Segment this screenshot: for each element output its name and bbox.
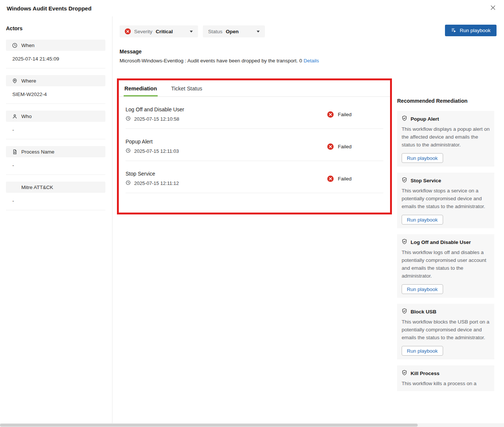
field-header-mitre-attack: Mitre ATT&CK	[6, 182, 105, 193]
clock-icon	[126, 116, 131, 122]
field-label-when: When	[21, 43, 34, 48]
shield-check-icon	[402, 239, 407, 245]
critical-severity-icon	[125, 28, 131, 34]
remediation-item-info: Stop Service 2025-07-15 12:11:12	[126, 171, 179, 186]
field-value-mitre-attack: -	[12, 198, 105, 204]
card-description: This workflow blocks the USB port on a p…	[402, 318, 490, 341]
annotation-highlight-box: Remediation Ticket Status Log Off and Di…	[117, 78, 392, 214]
card-title: Block USB	[411, 309, 436, 315]
card-description: This workflow logs off and disables a po…	[402, 248, 490, 280]
field-label-who: Who	[21, 114, 32, 119]
clock-icon	[126, 180, 131, 186]
recommended-remediation-panel: Recommended Remediation Popup Alert This…	[397, 98, 494, 427]
tab-ticket-status[interactable]: Ticket Status	[170, 80, 203, 96]
chevron-down-icon	[190, 31, 193, 33]
field-header-where: Where	[6, 75, 105, 86]
card-title-row: Kill Process	[402, 370, 490, 377]
run-playbook-outline-button[interactable]: Run playbook	[402, 284, 443, 294]
document-icon	[12, 149, 18, 155]
remediation-item: Stop Service 2025-07-15 12:11:12 Faile	[126, 161, 383, 193]
failed-icon	[327, 143, 334, 150]
remediation-item-time-row: 2025-07-15 12:11:03	[126, 148, 179, 154]
remediation-card-kill-process: Kill Process This workflow kills a proce…	[397, 365, 494, 391]
remediation-item-timestamp: 2025-07-15 12:10:58	[134, 116, 179, 122]
remediation-card-popup-alert: Popup Alert This workflow displays a pop…	[397, 111, 494, 167]
location-pin-icon	[12, 78, 18, 84]
status-text: Failed	[338, 176, 352, 182]
field-where: Where SIEM-W2022-4	[6, 75, 105, 104]
remediation-item: Log Off and Disable User 2025-07-15 12:1…	[126, 97, 383, 129]
status-filter-dropdown[interactable]: Status Open	[203, 25, 265, 37]
top-bar: Windows Audit Events Dropped	[0, 0, 504, 16]
field-process-name: Process Name -	[6, 146, 105, 175]
remediation-item-title: Stop Service	[126, 171, 179, 177]
status-label: Status	[208, 29, 222, 34]
field-header-who: Who	[6, 111, 105, 122]
card-title-row: Block USB	[402, 308, 490, 315]
close-button[interactable]	[489, 3, 497, 13]
page-title: Windows Audit Events Dropped	[7, 5, 92, 12]
field-mitre-attack: Mitre ATT&CK -	[6, 182, 105, 210]
scrollbar-thumb[interactable]	[0, 424, 418, 427]
field-when: When 2025-07-14 21:45:09	[6, 40, 105, 68]
field-value-where: SIEM-W2022-4	[12, 92, 105, 97]
field-value-when: 2025-07-14 21:45:09	[12, 56, 105, 62]
remediation-item-timestamp: 2025-07-15 12:11:03	[134, 148, 179, 154]
remediation-item-title: Popup Alert	[126, 139, 179, 145]
message-heading: Message	[120, 49, 142, 55]
field-label-process-name: Process Name	[21, 149, 55, 155]
card-title-row: Stop Service	[402, 177, 490, 184]
remediation-panel: Remediation Ticket Status Log Off and Di…	[119, 80, 390, 193]
severity-label: Severity	[134, 29, 152, 34]
field-header-process-name: Process Name	[6, 146, 105, 157]
card-title: Kill Process	[411, 371, 439, 376]
message-body: Microsoft-Windows-Eventlog : Audit event…	[120, 58, 302, 64]
severity-value: Critical	[156, 29, 173, 34]
remediation-item-info: Log Off and Disable User 2025-07-15 12:1…	[126, 106, 184, 122]
person-icon	[12, 114, 18, 119]
remediation-item-info: Popup Alert 2025-07-15 12:11:03	[126, 139, 179, 154]
actors-heading: Actors	[6, 25, 105, 31]
status-text: Failed	[338, 144, 352, 149]
remediation-item-status: Failed	[327, 111, 352, 118]
status-value: Open	[226, 29, 239, 34]
card-title: Popup Alert	[411, 116, 439, 122]
tab-remediation[interactable]: Remediation	[124, 80, 158, 96]
shield-check-icon	[402, 308, 407, 315]
horizontal-scrollbar	[0, 423, 504, 427]
run-playbook-label: Run playbook	[460, 28, 491, 33]
run-playbook-outline-button[interactable]: Run playbook	[402, 153, 443, 163]
field-value-process-name: -	[12, 163, 105, 168]
remediation-item-time-row: 2025-07-15 12:10:58	[126, 116, 184, 122]
card-title-row: Log Off and Disable User	[402, 239, 490, 245]
field-who: Who -	[6, 111, 105, 139]
run-playbook-icon	[451, 27, 457, 34]
shield-check-icon	[402, 115, 407, 122]
chevron-down-icon	[257, 31, 260, 33]
clock-icon	[12, 43, 18, 48]
remediation-card-block-usb: Block USB This workflow blocks the USB p…	[397, 304, 494, 359]
actors-panel: Actors When 2025-07-14 21:45:09 Where SI…	[0, 16, 112, 423]
remediation-item-title: Log Off and Disable User	[126, 106, 184, 112]
close-icon	[490, 5, 496, 12]
run-playbook-outline-button[interactable]: Run playbook	[402, 215, 443, 225]
clock-icon	[126, 148, 131, 154]
remediation-item-status: Failed	[327, 176, 352, 182]
run-playbook-button[interactable]: Run playbook	[445, 25, 497, 36]
incident-detail-page: Windows Audit Events Dropped Actors When…	[0, 0, 504, 427]
message-text: Microsoft-Windows-Eventlog : Audit event…	[120, 58, 319, 64]
run-playbook-outline-button[interactable]: Run playbook	[402, 346, 443, 356]
severity-filter-dropdown[interactable]: Severity Critical	[120, 25, 198, 37]
card-description: This workflow stops a service on a poten…	[402, 187, 490, 210]
tab-bar: Remediation Ticket Status	[119, 80, 390, 97]
field-label-mitre-attack: Mitre ATT&CK	[21, 185, 53, 190]
details-link[interactable]: Details	[304, 58, 319, 64]
remediation-card-stop-service: Stop Service This workflow stops a servi…	[397, 173, 494, 228]
recommended-remediation-heading: Recommended Remediation	[397, 98, 494, 104]
failed-icon	[327, 111, 334, 118]
status-text: Failed	[338, 112, 352, 117]
remediation-item-status: Failed	[327, 143, 352, 150]
remediation-card-log-off-disable-user: Log Off and Disable User This workflow l…	[397, 234, 494, 298]
shield-check-icon	[402, 370, 407, 377]
remediation-item-timestamp: 2025-07-15 12:11:12	[134, 180, 179, 186]
